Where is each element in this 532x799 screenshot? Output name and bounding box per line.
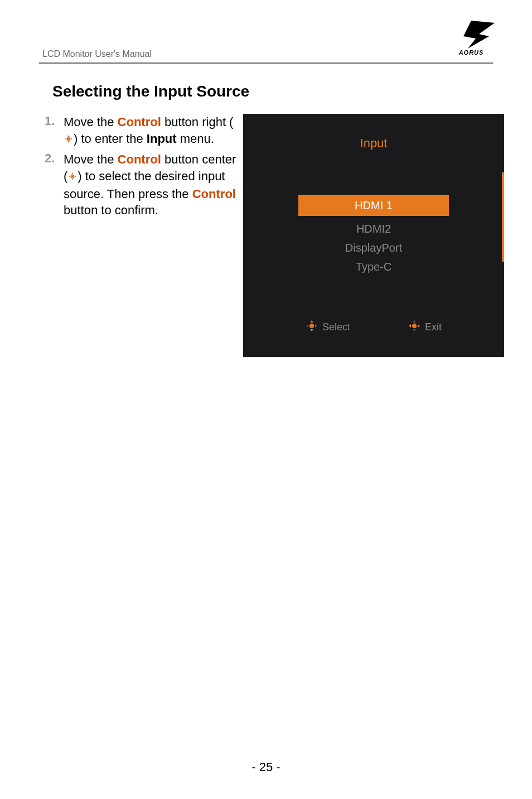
page-header: LCD Monitor User's Manual AORUS bbox=[39, 33, 493, 61]
svg-point-4 bbox=[412, 324, 417, 328]
text-fragment: ) to enter the bbox=[74, 132, 147, 146]
text-fragment: menu. bbox=[177, 132, 214, 146]
text-fragment: button to confirm. bbox=[64, 203, 158, 217]
step-text: Move the Control button right () to ente… bbox=[64, 114, 240, 148]
text-fragment: Move the bbox=[64, 152, 118, 166]
step-2: 2. Move the Control button center () to … bbox=[45, 151, 240, 219]
input-keyword: Input bbox=[147, 132, 177, 146]
osd-hint-label: Exit bbox=[425, 321, 442, 333]
joystick-leftright-icon bbox=[408, 320, 420, 335]
control-keyword: Control bbox=[192, 187, 236, 201]
step-text: Move the Control button center () to sel… bbox=[64, 151, 240, 219]
joystick-right-icon bbox=[64, 132, 74, 148]
joystick-updown-icon bbox=[306, 320, 318, 335]
svg-text:AORUS: AORUS bbox=[458, 49, 484, 56]
step-1: 1. Move the Control button right () to e… bbox=[45, 114, 240, 148]
osd-hint-exit: Exit bbox=[408, 320, 442, 335]
page-number: - 25 - bbox=[0, 760, 532, 774]
step-number: 1. bbox=[45, 114, 64, 148]
svg-point-2 bbox=[71, 175, 75, 179]
osd-title: Input bbox=[243, 136, 504, 151]
osd-option-typec[interactable]: Type-C bbox=[243, 257, 504, 276]
osd-option-list: HDMI 1 HDMI2 DisplayPort Type-C bbox=[243, 195, 504, 276]
joystick-center-icon bbox=[67, 169, 78, 186]
osd-option-displayport[interactable]: DisplayPort bbox=[243, 238, 504, 257]
svg-point-1 bbox=[67, 137, 71, 141]
manual-title: LCD Monitor User's Manual bbox=[39, 49, 152, 61]
osd-hint-label: Select bbox=[322, 321, 350, 333]
osd-option-hdmi2[interactable]: HDMI2 bbox=[243, 219, 504, 238]
text-fragment: Move the bbox=[64, 115, 118, 129]
section-heading: Selecting the Input Source bbox=[52, 83, 493, 100]
svg-point-3 bbox=[309, 324, 314, 328]
control-keyword: Control bbox=[118, 152, 161, 166]
text-fragment: button right ( bbox=[161, 115, 234, 129]
osd-hint-select: Select bbox=[306, 320, 350, 335]
step-number: 2. bbox=[45, 151, 64, 219]
osd-option-hdmi1[interactable]: HDMI 1 bbox=[298, 195, 449, 216]
osd-input-menu: Input HDMI 1 HDMI2 DisplayPort Type-C Se… bbox=[243, 114, 504, 357]
control-keyword: Control bbox=[118, 115, 161, 129]
header-divider bbox=[39, 62, 493, 64]
aorus-logo-icon: AORUS bbox=[447, 20, 496, 59]
